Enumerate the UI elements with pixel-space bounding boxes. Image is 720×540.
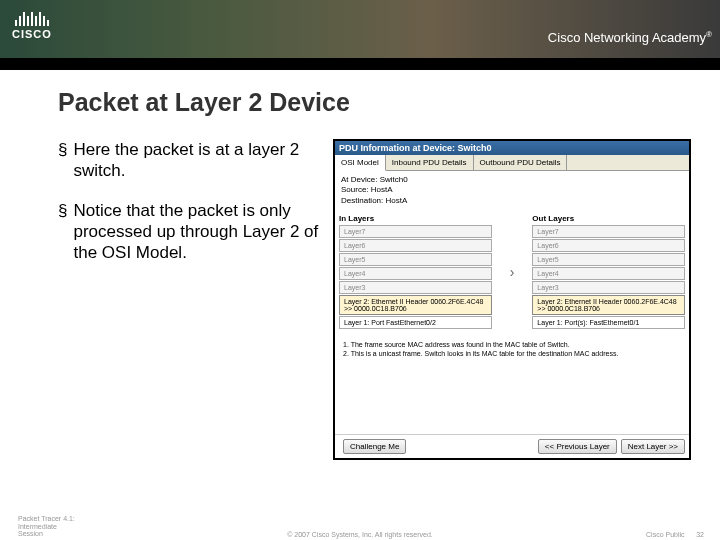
layer-row: Layer4 [339, 267, 492, 280]
pdu-window: PDU Information at Device: Switch0 OSI M… [333, 139, 691, 460]
tab-inbound[interactable]: Inbound PDU Details [386, 155, 474, 170]
layer-row: Layer7 [339, 225, 492, 238]
layer-row: Layer5 [532, 253, 685, 266]
layer-row[interactable]: Layer 1: Port(s): FastEthernet0/1 [532, 316, 685, 329]
bullet-item: Here the packet is at a layer 2 switch. [58, 139, 323, 182]
tab-osi-model[interactable]: OSI Model [335, 155, 386, 171]
notes-area: 1. The frame source MAC address was foun… [335, 334, 689, 434]
note-line: 2. This is a unicast frame. Switch looks… [343, 349, 681, 358]
next-layer-button[interactable]: Next Layer >> [621, 439, 685, 454]
footer: Packet Tracer 4.1: Intermediate Session … [0, 515, 720, 538]
in-header: In Layers [339, 214, 492, 223]
tab-outbound[interactable]: Outbound PDU Details [474, 155, 568, 170]
logo-bars-icon [15, 8, 49, 26]
cisco-logo: CISCO [12, 8, 52, 40]
device-info: At Device: Switch0 Source: HostA Destina… [335, 171, 689, 210]
destination: Destination: HostA [341, 196, 683, 206]
note-line: 1. The frame source MAC address was foun… [343, 340, 681, 349]
bullet-list: Here the packet is at a layer 2 switch. … [58, 139, 333, 460]
layer-row: Layer5 [339, 253, 492, 266]
out-header: Out Layers [532, 214, 685, 223]
layer-row: Layer3 [339, 281, 492, 294]
out-layers: Out Layers Layer7 Layer6 Layer5 Layer4 L… [532, 214, 685, 330]
at-device: At Device: Switch0 [341, 175, 683, 185]
layer-row: Layer7 [532, 225, 685, 238]
layer-row: Layer4 [532, 267, 685, 280]
slide-body: Packet at Layer 2 Device Here the packet… [0, 70, 720, 540]
pdu-tabs: OSI Model Inbound PDU Details Outbound P… [335, 155, 689, 171]
banner: CISCO Cisco Networking Academy® [0, 0, 720, 58]
pdu-titlebar: PDU Information at Device: Switch0 [335, 141, 689, 155]
slide-title: Packet at Layer 2 Device [58, 88, 720, 117]
layer-row-active[interactable]: Layer 2: Ethernet II Header 0060.2F6E.4C… [339, 295, 492, 315]
footer-copyright: © 2007 Cisco Systems, Inc. All rights re… [287, 531, 433, 538]
prev-layer-button[interactable]: << Previous Layer [538, 439, 617, 454]
layer-row: Layer3 [532, 281, 685, 294]
footer-left: Packet Tracer 4.1: Intermediate Session [18, 515, 75, 538]
layer-row[interactable]: Layer 1: Port FastEthernet0/2 [339, 316, 492, 329]
layer-row: Layer6 [339, 239, 492, 252]
challenge-button[interactable]: Challenge Me [343, 439, 406, 454]
source: Source: HostA [341, 185, 683, 195]
button-row: Challenge Me << Previous Layer Next Laye… [335, 434, 689, 458]
footer-right: Cisco Public 32 [646, 531, 704, 538]
logo-text: CISCO [12, 28, 52, 40]
page-number: 32 [696, 531, 704, 538]
in-layers: In Layers Layer7 Layer6 Layer5 Layer4 La… [339, 214, 492, 330]
academy-label: Cisco Networking Academy® [548, 30, 712, 45]
layer-row-active[interactable]: Layer 2: Ethernet II Header 0060.2F6E.4C… [532, 295, 685, 315]
arrow-icon: › [510, 214, 515, 330]
bullet-item: Notice that the packet is only processed… [58, 200, 323, 264]
layers-container: In Layers Layer7 Layer6 Layer5 Layer4 La… [335, 210, 689, 334]
layer-row: Layer6 [532, 239, 685, 252]
